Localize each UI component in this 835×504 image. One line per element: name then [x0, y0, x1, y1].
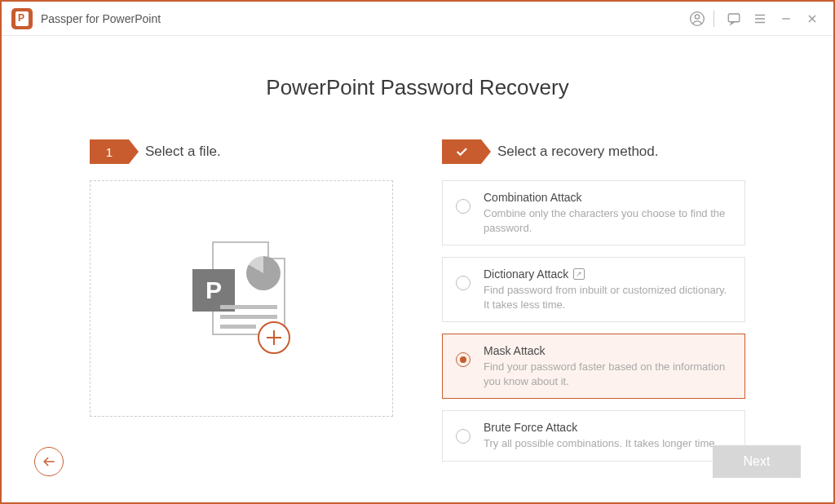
app-title: Passper for PowerPoint [41, 12, 161, 25]
step-2-badge [442, 139, 481, 164]
close-button[interactable] [801, 7, 824, 30]
page-title: PowerPoint Password Recovery [2, 75, 833, 100]
back-button[interactable] [34, 447, 64, 476]
method-title: Brute Force Attack [484, 421, 718, 434]
add-file-icon[interactable] [258, 321, 290, 354]
radio-icon [456, 352, 471, 367]
method-desc: Combine only the characters you choose t… [484, 206, 730, 235]
method-title: Mask Attack [484, 344, 730, 357]
step-1-badge: 1 [90, 139, 129, 164]
method-list: Combination Attack Combine only the char… [442, 180, 745, 462]
recovery-method-column: Select a recovery method. Combination At… [442, 139, 745, 462]
method-desc: Find your password faster based on the i… [484, 360, 730, 388]
separator [714, 11, 714, 27]
account-icon[interactable] [686, 7, 709, 30]
method-title: Dictionary Attack ↗ [484, 267, 730, 281]
method-title: Combination Attack [484, 191, 730, 204]
select-file-column: 1 Select a file. P [90, 139, 393, 462]
step-1-header: 1 Select a file. [90, 139, 393, 164]
file-dropzone[interactable]: P [90, 180, 393, 417]
feedback-icon[interactable] [722, 7, 745, 30]
dictionary-config-icon: ↗ [573, 268, 585, 280]
step-2-header: Select a recovery method. [442, 139, 745, 164]
method-combination[interactable]: Combination Attack Combine only the char… [442, 180, 745, 245]
file-illustration: P [192, 241, 290, 356]
step-1-label: Select a file. [145, 144, 221, 160]
next-button[interactable]: Next [713, 445, 801, 478]
minimize-button[interactable] [775, 7, 797, 30]
radio-icon [456, 199, 471, 214]
svg-rect-2 [728, 14, 740, 22]
step-2-label: Select a recovery method. [497, 144, 658, 160]
titlebar: Passper for PowerPoint [2, 2, 833, 36]
method-dictionary[interactable]: Dictionary Attack ↗ Find password from i… [442, 257, 745, 322]
app-logo [11, 8, 33, 29]
radio-icon [456, 276, 471, 290]
radio-icon [456, 429, 471, 444]
svg-point-1 [695, 14, 699, 18]
footer: Next [2, 445, 833, 478]
menu-icon[interactable] [749, 7, 771, 30]
content: 1 Select a file. P Select a recovery met… [2, 139, 833, 462]
chart-icon [246, 256, 281, 290]
method-mask[interactable]: Mask Attack Find your password faster ba… [442, 334, 745, 399]
method-desc: Find password from inbuilt or customized… [484, 283, 730, 312]
